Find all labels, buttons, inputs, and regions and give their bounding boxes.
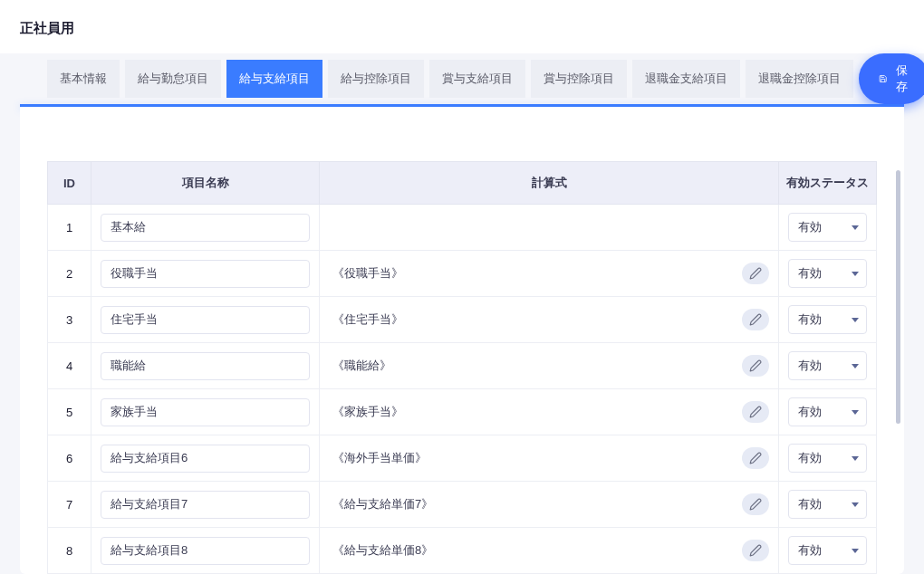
tab-7[interactable]: 退職金控除項目 — [746, 60, 853, 98]
item-name-input[interactable] — [101, 445, 310, 473]
pencil-icon — [749, 406, 762, 418]
chevron-down-icon — [852, 318, 859, 322]
cell-formula: 《給与支給単価8》 — [320, 528, 779, 574]
cell-status: 有効 — [779, 482, 877, 528]
page-title: 正社員用 — [0, 0, 924, 53]
save-icon — [879, 72, 887, 85]
payroll-items-table: ID 項目名称 計算式 有効ステータス 1有効2《役職手当》有効3《住宅手当》有… — [47, 161, 877, 574]
tab-4[interactable]: 賞与支給項目 — [429, 60, 525, 98]
cell-formula: 《職能給》 — [320, 343, 779, 389]
chevron-down-icon — [852, 364, 859, 368]
cell-id: 3 — [48, 297, 91, 343]
table-row: 2《役職手当》有効 — [48, 251, 877, 297]
table-row: 4《職能給》有効 — [48, 343, 877, 389]
edit-formula-button[interactable] — [742, 493, 769, 515]
save-button[interactable]: 保存 — [859, 53, 924, 104]
formula-text: 《家族手当》 — [329, 404, 735, 420]
status-value: 有効 — [798, 311, 822, 328]
pencil-icon — [749, 498, 762, 511]
cell-name — [91, 343, 320, 389]
tab-2[interactable]: 給与支給項目 — [226, 60, 322, 98]
status-value: 有効 — [798, 265, 822, 282]
edit-formula-button[interactable] — [742, 309, 769, 330]
edit-formula-button[interactable] — [742, 540, 769, 561]
cell-formula: 《住宅手当》 — [320, 297, 779, 343]
chevron-down-icon — [852, 456, 859, 461]
scrollbar[interactable] — [896, 170, 900, 424]
cell-id: 8 — [48, 528, 91, 574]
pencil-icon — [749, 544, 762, 557]
pencil-icon — [749, 452, 762, 464]
cell-name — [91, 251, 320, 297]
table-row: 6《海外手当単価》有効 — [48, 435, 877, 482]
tab-5[interactable]: 賞与控除項目 — [531, 60, 627, 98]
status-select[interactable]: 有効 — [788, 259, 867, 288]
status-select[interactable]: 有効 — [788, 490, 867, 519]
table-row: 1有効 — [48, 205, 877, 251]
table-row: 7《給与支給単価7》有効 — [48, 482, 877, 528]
status-select[interactable]: 有効 — [788, 305, 867, 334]
cell-name — [91, 205, 320, 251]
status-select[interactable]: 有効 — [788, 397, 867, 426]
cell-status: 有効 — [779, 343, 877, 389]
item-name-input[interactable] — [101, 260, 310, 288]
cell-formula — [320, 205, 779, 251]
cell-name — [91, 297, 320, 343]
chevron-down-icon — [852, 272, 859, 276]
edit-formula-button[interactable] — [742, 263, 769, 284]
th-name: 項目名称 — [91, 162, 320, 205]
status-value: 有効 — [798, 542, 822, 559]
chevron-down-icon — [852, 549, 859, 553]
formula-text: 《給与支給単価7》 — [329, 496, 735, 512]
item-name-input[interactable] — [101, 398, 310, 426]
edit-formula-button[interactable] — [742, 401, 769, 423]
cell-name — [91, 389, 320, 435]
status-value: 有効 — [798, 404, 822, 420]
tab-3[interactable]: 給与控除項目 — [328, 60, 424, 98]
formula-text: 《住宅手当》 — [329, 311, 735, 328]
tab-6[interactable]: 退職金支給項目 — [632, 60, 740, 98]
status-select[interactable]: 有効 — [788, 444, 867, 473]
th-formula: 計算式 — [320, 162, 779, 205]
formula-text: 《海外手当単価》 — [329, 450, 735, 466]
cell-id: 5 — [48, 389, 91, 435]
status-value: 有効 — [798, 219, 822, 235]
edit-formula-button[interactable] — [742, 447, 769, 469]
status-select[interactable]: 有効 — [788, 213, 867, 242]
cell-formula: 《家族手当》 — [320, 389, 779, 435]
formula-text: 《役職手当》 — [329, 265, 735, 282]
chevron-down-icon — [852, 502, 859, 507]
table-row: 8《給与支給単価8》有効 — [48, 528, 877, 574]
cell-name — [91, 435, 320, 482]
th-status: 有効ステータス — [779, 162, 877, 205]
item-name-input[interactable] — [101, 306, 310, 334]
cell-status: 有効 — [779, 297, 877, 343]
cell-status: 有効 — [779, 435, 877, 482]
status-select[interactable]: 有効 — [788, 351, 867, 380]
chevron-down-icon — [852, 225, 859, 230]
tab-1[interactable]: 給与勤怠項目 — [125, 60, 221, 98]
status-select[interactable]: 有効 — [788, 536, 867, 565]
pencil-icon — [749, 313, 762, 326]
th-id: ID — [48, 162, 91, 205]
item-name-input[interactable] — [101, 352, 310, 380]
cell-id: 7 — [48, 482, 91, 528]
status-value: 有効 — [798, 496, 822, 512]
cell-formula: 《海外手当単価》 — [320, 435, 779, 482]
cell-status: 有効 — [779, 528, 877, 574]
status-value: 有効 — [798, 450, 822, 466]
table-panel: ID 項目名称 計算式 有効ステータス 1有効2《役職手当》有効3《住宅手当》有… — [20, 107, 904, 574]
item-name-input[interactable] — [101, 491, 310, 519]
cell-id: 6 — [48, 435, 91, 482]
table-row: 5《家族手当》有効 — [48, 389, 877, 435]
cell-name — [91, 528, 320, 574]
cell-formula: 《給与支給単価7》 — [320, 482, 779, 528]
cell-formula: 《役職手当》 — [320, 251, 779, 297]
edit-formula-button[interactable] — [742, 355, 769, 377]
cell-id: 2 — [48, 251, 91, 297]
tab-0[interactable]: 基本情報 — [47, 60, 120, 98]
item-name-input[interactable] — [101, 537, 310, 565]
cell-id: 4 — [48, 343, 91, 389]
cell-status: 有効 — [779, 251, 877, 297]
item-name-input[interactable] — [101, 214, 310, 242]
